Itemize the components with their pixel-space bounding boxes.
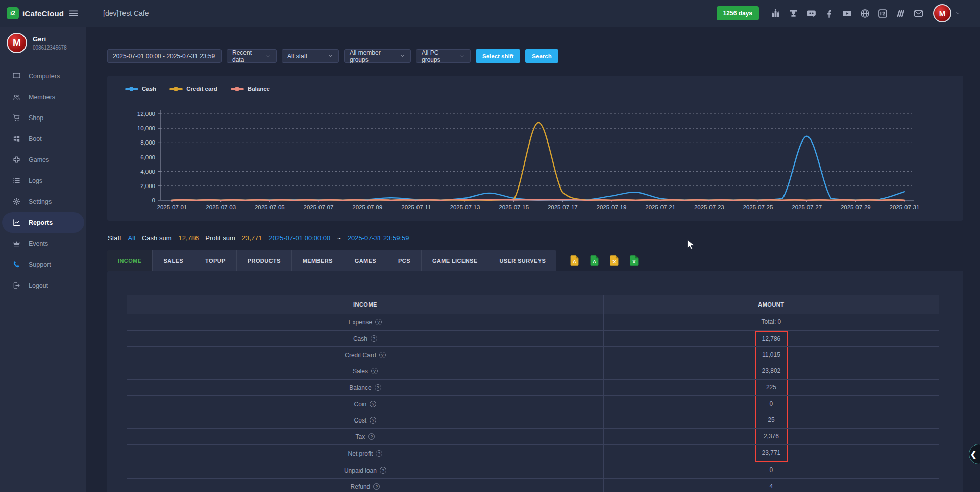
table-row-tax: Tax?2,376: [127, 429, 939, 445]
export-excel-yellow-icon[interactable]: X: [610, 255, 619, 266]
tab-topup[interactable]: TOPUP: [194, 250, 237, 271]
income-row-label: Sales: [353, 368, 368, 375]
sidebar-item-label: Events: [29, 240, 48, 247]
help-icon: ?: [371, 335, 377, 342]
tab-games[interactable]: GAMES: [344, 250, 387, 271]
amount-value: 12,786: [755, 331, 788, 346]
export-pdf-green-icon[interactable]: A: [590, 255, 599, 266]
sidebar-item-support[interactable]: Support: [2, 254, 84, 275]
export-pdf-yellow-icon[interactable]: A: [570, 255, 579, 266]
user-phone: 008612345678: [33, 45, 67, 51]
layers-icon[interactable]: [895, 8, 906, 19]
svg-text:2025-07-09: 2025-07-09: [352, 204, 382, 210]
profit-sum-label: Profit sum: [205, 234, 235, 242]
icafecloud-icon[interactable]: [877, 8, 888, 19]
header-divider: [107, 40, 963, 40]
profit-sum-value: 23,771: [242, 234, 262, 242]
legend-item-credit-card[interactable]: Credit card: [169, 86, 217, 92]
date-range-input[interactable]: 2025-07-01 00:00 - 2025-07-31 23:59: [107, 49, 222, 63]
tab-products[interactable]: PRODUCTS: [237, 250, 292, 271]
sidebar-item-settings[interactable]: Settings: [2, 191, 84, 212]
legend-marker: [125, 88, 138, 90]
filter-select-all-pc-groups[interactable]: All PC groups: [416, 49, 471, 63]
svg-text:X: X: [613, 259, 617, 264]
ranking-icon[interactable]: [770, 8, 781, 19]
export-excel-green-icon[interactable]: X: [630, 255, 639, 266]
sidebar-item-shop[interactable]: Shop: [2, 107, 84, 128]
gear-icon: [12, 197, 21, 206]
brand-logo[interactable]: i2 iCafeCloud: [7, 7, 64, 19]
help-icon: ?: [379, 352, 386, 358]
help-icon: ?: [370, 401, 376, 407]
svg-text:2025-07-27: 2025-07-27: [792, 204, 822, 210]
youtube-icon[interactable]: [842, 8, 852, 19]
tab-game-license[interactable]: GAME LICENSE: [422, 250, 489, 271]
summary-date-from: 2025-07-01 00:00:00: [269, 234, 331, 242]
avatar[interactable]: M: [933, 4, 951, 22]
filter-select-all-staff[interactable]: All staff: [282, 49, 339, 63]
line-chart: 02,0004,0006,0008,00010,00012,0002025-07…: [107, 99, 963, 218]
staff-value-link[interactable]: All: [128, 234, 135, 242]
sidebar-item-label: Boot: [29, 135, 42, 143]
sidebar-nav: ComputersMembersShopBootGamesLogsSetting…: [0, 65, 86, 296]
amount-value: 2,376: [755, 429, 788, 444]
globe-icon[interactable]: [860, 8, 870, 19]
tab-user-surveys[interactable]: USER SURVEYS: [488, 250, 556, 271]
amount-value: Total: 0: [755, 314, 788, 330]
table-row-refund: Refund?4: [127, 479, 939, 492]
chevron-down-icon: [459, 53, 465, 59]
windows-icon: [12, 134, 21, 143]
logout-icon: [12, 281, 21, 290]
tab-sales[interactable]: SALES: [153, 250, 194, 271]
chart-legend: CashCredit cardBalance: [125, 86, 270, 92]
income-row-label: Credit Card: [345, 352, 376, 359]
chart-icon: [12, 218, 21, 227]
reports-page: { "topbar": { "brand": "iCafeCloud", "lo…: [0, 0, 980, 492]
svg-text:A: A: [593, 259, 596, 264]
sidebar-item-logs[interactable]: Logs: [2, 170, 84, 191]
income-row-label: Coin: [354, 401, 367, 408]
select-shift-button[interactable]: Select shift: [476, 49, 520, 63]
income-table-panel: INCOME AMOUNT Expense?Total: 0Cash?12,78…: [107, 271, 963, 492]
amount-value: 0: [755, 396, 788, 412]
table-row-coin: Coin?0: [127, 396, 939, 412]
svg-text:2025-07-13: 2025-07-13: [450, 204, 480, 210]
legend-item-balance[interactable]: Balance: [231, 86, 270, 92]
help-icon: ?: [370, 417, 376, 424]
sidebar-item-computers[interactable]: Computers: [2, 65, 84, 86]
search-button[interactable]: Search: [525, 49, 558, 63]
filter-select-all-member-groups[interactable]: All member groups: [344, 49, 411, 63]
discord-icon[interactable]: [806, 8, 817, 19]
amount-value: 225: [755, 380, 788, 395]
sidebar-item-label: Games: [29, 156, 49, 163]
sidebar-item-members[interactable]: Members: [2, 86, 84, 107]
svg-text:2025-07-03: 2025-07-03: [206, 204, 236, 210]
user-avatar[interactable]: M: [7, 33, 27, 53]
sidebar-item-label: Logout: [29, 282, 48, 289]
svg-text:2025-07-25: 2025-07-25: [743, 204, 773, 210]
user-name: Geri: [33, 35, 67, 43]
cart-icon: [12, 113, 21, 122]
page-title: [dev]Test Cafe: [103, 9, 149, 17]
filter-select-recent-data[interactable]: Recent data: [227, 49, 277, 63]
sidebar-item-reports[interactable]: Reports: [2, 212, 84, 233]
trophy-icon[interactable]: [788, 8, 799, 19]
mail-icon[interactable]: [913, 8, 924, 19]
sidebar-item-events[interactable]: Events: [2, 233, 84, 254]
topbar: i2 iCafeCloud [dev]Test Cafe 1256 days M: [0, 0, 980, 27]
svg-text:A: A: [573, 259, 576, 264]
help-icon: ?: [375, 319, 382, 325]
income-row-label: Tax: [356, 433, 365, 440]
facebook-icon[interactable]: [824, 8, 835, 19]
tab-pcs[interactable]: PCS: [387, 250, 422, 271]
hamburger-menu-icon[interactable]: [68, 8, 79, 19]
tab-income[interactable]: INCOME: [107, 250, 153, 271]
days-remaining-badge[interactable]: 1256 days: [717, 6, 759, 20]
sidebar-item-games[interactable]: Games: [2, 149, 84, 170]
tab-members[interactable]: MEMBERS: [292, 250, 344, 271]
export-buttons: AAXX: [570, 255, 639, 266]
legend-item-cash[interactable]: Cash: [125, 86, 156, 92]
chevron-down-icon[interactable]: [954, 10, 961, 16]
sidebar-item-boot[interactable]: Boot: [2, 128, 84, 149]
sidebar-item-logout[interactable]: Logout: [2, 275, 84, 296]
